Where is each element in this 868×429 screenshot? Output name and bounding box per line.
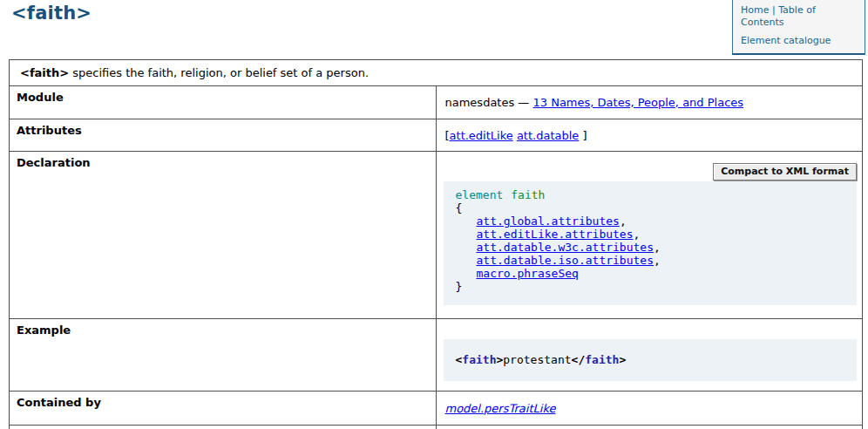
page-title: <faith> — [11, 3, 92, 24]
code-keyword: element — [456, 188, 504, 201]
element-spec-table: <faith> specifies the faith, religion, o… — [9, 59, 863, 429]
description-cell: <faith> specifies the faith, religion, o… — [10, 60, 863, 86]
code-close-brace: } — [456, 280, 847, 293]
xml-end-tag-name: faith — [585, 353, 619, 366]
code-line: att.datable.w3c.attributes, — [456, 241, 847, 254]
nav-box: Home | Table of Contents Element catalog… — [732, 0, 865, 55]
table-row-declaration: Declaration Compact to XML format elemen… — [10, 152, 863, 319]
declaration-value: Compact to XML format elementfaith { att… — [436, 152, 863, 319]
xml-end-close-bracket: > — [619, 353, 626, 366]
code-line: att.datable.iso.attributes, — [456, 254, 847, 267]
xml-tag-name: faith — [462, 353, 496, 366]
xml-text-content: protestant — [503, 353, 571, 366]
attributes-label: Attributes — [10, 119, 437, 152]
code-open-brace: { — [456, 201, 847, 214]
code-link-att-editlike-attributes[interactable]: att.editLike.attributes — [477, 228, 634, 241]
contained-by-link-model-perstraitlike[interactable]: model.persTraitLike — [445, 402, 556, 415]
code-link-att-datable-w3c-attributes[interactable]: att.datable.w3c.attributes — [477, 241, 654, 254]
table-row-example: Example <faith>protestant</faith> — [10, 319, 863, 392]
code-link-macro-phraseseq[interactable]: macro.phraseSeq — [477, 267, 579, 280]
contained-by-label: Contained by — [10, 392, 437, 426]
module-label: Module — [10, 86, 437, 119]
attributes-close-bracket: ] — [582, 129, 587, 142]
partial-row-label-cell — [10, 426, 437, 429]
code-suffix: , — [620, 214, 627, 228]
contained-by-value: model.persTraitLike — [436, 392, 863, 426]
declaration-toolbar: Compact to XML format — [443, 163, 858, 181]
table-row-module: Module namesdates — 13 Names, Dates, Peo… — [10, 86, 863, 119]
example-value: <faith>protestant</faith> — [436, 319, 863, 392]
code-line: elementfaith — [456, 188, 847, 201]
code-suffix: , — [634, 228, 641, 241]
declaration-label: Declaration — [10, 152, 437, 319]
xml-end-open-bracket: </ — [572, 353, 586, 366]
table-row-partial — [10, 426, 863, 429]
example-code-block: <faith>protestant</faith> — [444, 339, 858, 381]
partial-row-value-cell — [436, 426, 863, 429]
nav-line-bottom: Element catalogue — [741, 35, 858, 47]
code-link-att-datable-iso-attributes[interactable]: att.datable.iso.attributes — [477, 254, 654, 267]
nav-link-home[interactable]: Home — [741, 4, 769, 16]
module-name: namesdates — — [445, 96, 533, 109]
table-row-description: <faith> specifies the faith, religion, o… — [10, 60, 863, 86]
module-value: namesdates — 13 Names, Dates, People, an… — [436, 86, 863, 119]
code-line: att.global.attributes, — [456, 214, 847, 228]
code-suffix: , — [654, 254, 661, 267]
code-suffix: , — [654, 241, 661, 254]
code-link-att-global-attributes[interactable]: att.global.attributes — [477, 214, 620, 228]
nav-line-top: Home | Table of Contents — [741, 4, 858, 29]
compact-to-xml-button[interactable]: Compact to XML format — [713, 163, 857, 180]
attributes-value: [att.editLike att.datable ] — [436, 119, 863, 152]
description-text: specifies the faith, religion, or belief… — [69, 66, 369, 79]
attribute-link-att-datable[interactable]: att.datable — [517, 129, 579, 142]
nav-separator: | — [772, 4, 776, 16]
description-tag: <faith> — [20, 66, 69, 79]
table-row-contained-by: Contained by model.persTraitLike — [10, 392, 863, 426]
table-row-attributes: Attributes [att.editLike att.datable ] — [10, 119, 863, 152]
code-line: att.editLike.attributes, — [456, 228, 847, 241]
module-chapter-link[interactable]: 13 Names, Dates, People, and Places — [533, 96, 744, 109]
example-label: Example — [10, 319, 437, 392]
code-line: macro.phraseSeq — [456, 267, 847, 280]
attribute-link-att-editlike[interactable]: att.editLike — [450, 129, 513, 142]
declaration-code-block: elementfaith { att.global.attributes, at… — [444, 181, 858, 305]
nav-link-element-catalogue[interactable]: Element catalogue — [741, 35, 831, 46]
code-element-name: faith — [511, 188, 545, 201]
